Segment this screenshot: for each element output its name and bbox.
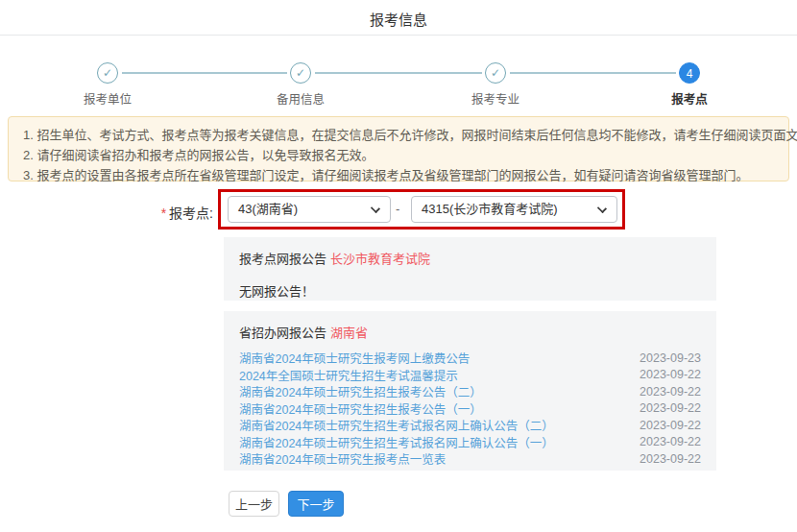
notice-box: 1. 招生单位、考试方式、报考点等为报考关键信息，在提交信息后不允许修改，网报时… <box>8 116 789 181</box>
baokaodian-field-label: *报考点: <box>0 203 213 222</box>
step-baokaodian: 4 报考点 <box>632 62 747 108</box>
province-announcement-title: 省招办网报公告湖南省 <box>239 323 701 341</box>
step-label: 报考专业 <box>438 89 553 108</box>
province-announcement-box: 省招办网报公告湖南省 湖南省2024年硕士研究生报考网上缴费公告 2023-09… <box>224 311 716 471</box>
check-icon: ✓ <box>290 62 311 84</box>
list-item: 湖南省2024年硕士研究生招生考试报名网上确认公告（二） 2023-09-22 <box>239 417 701 434</box>
announcement-list: 湖南省2024年硕士研究生报考网上缴费公告 2023-09-23 2024年全国… <box>239 350 701 468</box>
step-label: 报考点 <box>632 89 747 108</box>
step-wizard: ✓ 报考单位 ✓ 备用信息 ✓ 报考专业 4 报考点 <box>0 53 797 103</box>
header-divider <box>0 35 797 36</box>
notice-line: 3. 报考点的设置由各报考点所在省级管理部门设定，请仔细阅读报考点及省级管理部门… <box>23 165 774 185</box>
announcement-date: 2023-09-22 <box>640 368 701 381</box>
announcement-link[interactable]: 湖南省2024年硕士研究生招生报考公告（二） <box>239 382 482 400</box>
check-icon: ✓ <box>485 62 506 84</box>
announcement-date: 2023-09-22 <box>640 385 701 399</box>
page-title: 报考信息 <box>0 9 797 29</box>
exam-site-select[interactable]: 4315(长沙市教育考试院) <box>411 196 617 223</box>
step-label: 报考单位 <box>50 89 165 108</box>
next-step-button[interactable]: 下一步 <box>288 491 344 517</box>
province-select[interactable]: 43(湖南省) <box>228 196 391 223</box>
select-separator: - <box>396 202 399 216</box>
step-baokao-danwei: ✓ 报考单位 <box>50 62 165 108</box>
announcement-link[interactable]: 湖南省2024年硕士研究生招生考试报名网上确认公告（二） <box>239 416 554 434</box>
step-label: 备用信息 <box>243 89 358 108</box>
province-select-value: 43(湖南省) <box>238 202 298 216</box>
list-item: 湖南省2024年硕士研究生招生考试报名网上确认公告（一） 2023-09-22 <box>239 434 701 451</box>
list-item: 湖南省2024年硕士研究生报考网上缴费公告 2023-09-23 <box>239 350 701 367</box>
announcement-date: 2023-09-22 <box>640 452 701 466</box>
site-announcement-box: 报考点网报公告长沙市教育考试院 无网报公告！ <box>224 237 716 301</box>
list-item: 2024年全国硕士研究生招生考试温馨提示 2023-09-22 <box>239 367 701 384</box>
site-name: 长沙市教育考试院 <box>330 252 430 266</box>
step-baokao-zhuanye: ✓ 报考专业 <box>438 62 553 108</box>
site-announcement-title: 报考点网报公告长沙市教育考试院 <box>239 249 701 267</box>
announcement-link[interactable]: 湖南省2024年硕士研究生报考点一览表 <box>239 449 446 468</box>
step-number-badge: 4 <box>679 62 700 84</box>
no-announcement-text: 无网报公告！ <box>239 281 701 300</box>
announcement-date: 2023-09-22 <box>640 419 701 432</box>
previous-step-button[interactable]: 上一步 <box>229 491 279 517</box>
list-item: 湖南省2024年硕士研究生招生报考公告（一） 2023-09-22 <box>239 400 701 418</box>
chevron-down-icon <box>371 204 380 213</box>
step-beiyong-xinxi: ✓ 备用信息 <box>243 62 358 108</box>
announcement-link[interactable]: 2024年全国硕士研究生招生考试温馨提示 <box>239 366 458 384</box>
chevron-down-icon <box>597 204 607 213</box>
announcement-date: 2023-09-23 <box>640 351 701 365</box>
announcement-link[interactable]: 湖南省2024年硕士研究生招生考试报名网上确认公告（一） <box>239 433 554 451</box>
list-item: 湖南省2024年硕士研究生招生报考公告（二） 2023-09-22 <box>239 383 701 400</box>
announcement-link[interactable]: 湖南省2024年硕士研究生报考网上缴费公告 <box>239 349 470 367</box>
announcement-date: 2023-09-22 <box>640 401 701 415</box>
list-item: 湖南省2024年硕士研究生报考点一览表 2023-09-22 <box>239 450 701 468</box>
notice-line: 2. 请仔细阅读省招办和报考点的网报公告，以免导致报名无效。 <box>23 145 774 165</box>
announcement-link[interactable]: 湖南省2024年硕士研究生招生报考公告（一） <box>239 399 482 418</box>
notice-line: 1. 招生单位、考试方式、报考点等为报考关键信息，在提交信息后不允许修改，网报时… <box>23 125 774 145</box>
check-icon: ✓ <box>97 62 118 84</box>
required-asterisk: * <box>161 206 166 221</box>
province-name: 湖南省 <box>330 326 368 340</box>
exam-site-select-value: 4315(长沙市教育考试院) <box>422 202 558 216</box>
announcement-date: 2023-09-22 <box>640 435 701 448</box>
